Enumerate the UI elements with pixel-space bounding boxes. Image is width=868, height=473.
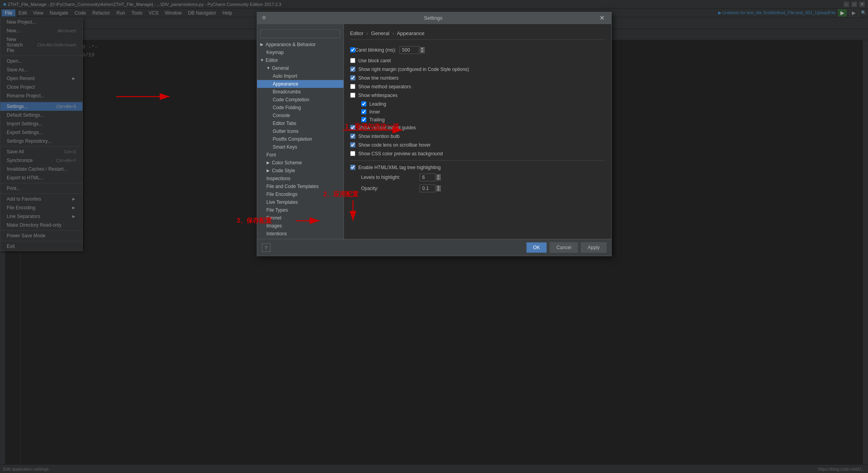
method-separators-checkbox[interactable]: [350, 84, 355, 89]
tree-item-editor[interactable]: ▼ Editor: [257, 56, 343, 64]
html-xml-tag-checkbox[interactable]: [350, 165, 355, 170]
setting-caret-blinking: Caret blinking (ms): ▲ ▼: [350, 46, 605, 54]
tree-item-general[interactable]: ▼ General: [257, 64, 343, 72]
dialog-overlay: ⚙ Settings ✕ ▶ Appear: [0, 0, 868, 473]
setting-opacity: Opacity: ▲ ▼: [361, 184, 605, 192]
setting-whitespaces: Show whitespaces: [350, 93, 605, 98]
settings-icon: ⚙: [262, 15, 266, 20]
tree-item-images[interactable]: Images: [257, 222, 343, 230]
right-margin-label: Show right margin (configured in Code St…: [358, 67, 469, 72]
code-lens-checkbox[interactable]: [350, 142, 355, 147]
setting-inner: Inner: [361, 109, 605, 115]
caret-blinking-checkbox[interactable]: [350, 47, 355, 52]
tree-item-console[interactable]: Console: [257, 112, 343, 119]
tree-item-editor-tabs[interactable]: Editor Tabs: [257, 119, 343, 127]
whitespaces-checkbox[interactable]: [350, 93, 355, 98]
trailing-checkbox[interactable]: [361, 117, 366, 122]
settings-search-input[interactable]: [260, 30, 340, 38]
setting-css-color-preview: Show CSS color preview as background: [350, 151, 605, 156]
tree-item-code-completion[interactable]: Code Completion: [257, 96, 343, 104]
tree-item-inspections[interactable]: Inspections: [257, 175, 343, 182]
dialog-body: ▶ Appearance & Behavior Keymap ▼ Editor: [257, 24, 611, 239]
leading-label: Leading: [370, 101, 386, 107]
right-margin-checkbox[interactable]: [350, 67, 355, 72]
setting-leading: Leading: [361, 101, 605, 107]
cancel-button[interactable]: Cancel: [550, 242, 578, 253]
main-window: ■ ZTHT_File_Manage - [D:\PyCharm_Communi…: [0, 0, 868, 473]
intention-bulb-label: Show intention bulb: [358, 134, 400, 139]
tree-item-color-scheme[interactable]: ▶ Color Scheme: [257, 159, 343, 167]
css-color-preview-label: Show CSS color preview as background: [358, 151, 443, 156]
method-separators-label: Show method separators: [358, 84, 411, 89]
opacity-spin-down[interactable]: ▼: [436, 188, 441, 192]
setting-line-numbers: Show line numbers: [350, 75, 605, 81]
setting-html-xml-tag: Enable HTML/XML tag tree highlighting: [350, 165, 605, 170]
dialog-title-bar: ⚙ Settings ✕: [257, 12, 611, 24]
caret-blinking-label: Caret blinking (ms):: [355, 47, 396, 53]
help-button[interactable]: ?: [262, 243, 271, 252]
tree-item-auto-import[interactable]: Auto Import: [257, 72, 343, 80]
tree-item-live-templates[interactable]: Live Templates: [257, 198, 343, 206]
tree-item-emmet[interactable]: Emmet: [257, 214, 343, 222]
whitespaces-label: Show whitespaces: [358, 93, 398, 98]
inner-checkbox[interactable]: [361, 109, 366, 114]
levels-input[interactable]: [420, 173, 435, 181]
setting-trailing: Trailing: [361, 117, 605, 123]
setting-method-separators: Show method separators: [350, 84, 605, 89]
setting-vertical-indent: Show vertical indent guides: [350, 125, 605, 130]
settings-content: Editor › General › Appearance Caret blin…: [344, 24, 611, 239]
settings-breadcrumb: Editor › General › Appearance: [350, 30, 605, 40]
levels-label: Levels to highlight:: [361, 175, 416, 180]
block-caret-checkbox[interactable]: [350, 58, 355, 63]
spin-down-button[interactable]: ▼: [420, 50, 425, 53]
setting-code-lens: Show code lens on scrollbar hover: [350, 142, 605, 148]
tree-item-code-folding[interactable]: Code Folding: [257, 104, 343, 112]
tree-item-appearance[interactable]: Appearance: [257, 80, 343, 88]
settings-dialog: ⚙ Settings ✕ ▶ Appear: [257, 12, 612, 256]
tree-toggle-icon: ▶: [260, 42, 264, 47]
dialog-close-button[interactable]: ✕: [598, 14, 606, 22]
caret-blinking-input[interactable]: [399, 46, 419, 54]
tree-item-file-types[interactable]: File Types: [257, 206, 343, 214]
opacity-label: Opacity:: [361, 186, 416, 191]
tree-item-file-code-templates[interactable]: File and Code Templates: [257, 182, 343, 190]
levels-spin-down[interactable]: ▼: [436, 177, 441, 181]
tree-item-breadcrumbs[interactable]: Breadcrumbs: [257, 88, 343, 96]
setting-levels: Levels to highlight: ▲ ▼: [361, 173, 605, 181]
css-color-preview-checkbox[interactable]: [350, 151, 355, 156]
line-numbers-label: Show line numbers: [358, 75, 399, 81]
settings-tree: ▶ Appearance & Behavior Keymap ▼ Editor: [257, 41, 343, 238]
opacity-input[interactable]: [420, 184, 435, 192]
intention-bulb-checkbox[interactable]: [350, 134, 355, 139]
separator-line: [350, 160, 605, 161]
ok-button[interactable]: OK: [526, 242, 547, 253]
tree-item-keymap[interactable]: Keymap: [257, 48, 343, 56]
caret-blinking-spinner: ▲ ▼: [420, 47, 425, 53]
apply-button[interactable]: Apply: [581, 242, 606, 253]
tree-item-postfix-completion[interactable]: Postfix Completion: [257, 135, 343, 143]
html-xml-tag-label: Enable HTML/XML tag tree highlighting: [358, 165, 441, 170]
block-caret-label: Use block caret: [358, 58, 391, 63]
vertical-indent-label: Show vertical indent guides: [358, 125, 416, 130]
line-numbers-checkbox[interactable]: [350, 75, 355, 80]
trailing-label: Trailing: [370, 117, 385, 123]
dialog-footer: ? OK Cancel Apply: [257, 239, 611, 256]
code-lens-label: Show code lens on scrollbar hover: [358, 142, 431, 148]
tree-item-font[interactable]: Font: [257, 151, 343, 159]
settings-sidebar: ▶ Appearance & Behavior Keymap ▼ Editor: [257, 24, 344, 239]
setting-intention-bulb: Show intention bulb: [350, 134, 605, 139]
inner-label: Inner: [370, 109, 380, 115]
leading-checkbox[interactable]: [361, 101, 366, 106]
settings-search-area: [257, 27, 343, 41]
tree-item-appearance-behavior[interactable]: ▶ Appearance & Behavior: [257, 41, 343, 48]
tree-item-intentions[interactable]: Intentions: [257, 230, 343, 238]
tree-item-smart-keys[interactable]: Smart Keys: [257, 143, 343, 151]
tree-item-file-encodings[interactable]: File Encodings: [257, 190, 343, 198]
dialog-title: Settings: [424, 15, 442, 21]
vertical-indent-checkbox[interactable]: [350, 125, 355, 130]
setting-right-margin: Show right margin (configured in Code St…: [350, 67, 605, 72]
tree-item-gutter-icons[interactable]: Gutter Icons: [257, 127, 343, 135]
tree-item-code-style[interactable]: ▶ Code Style: [257, 167, 343, 175]
setting-block-caret: Use block caret: [350, 58, 605, 63]
